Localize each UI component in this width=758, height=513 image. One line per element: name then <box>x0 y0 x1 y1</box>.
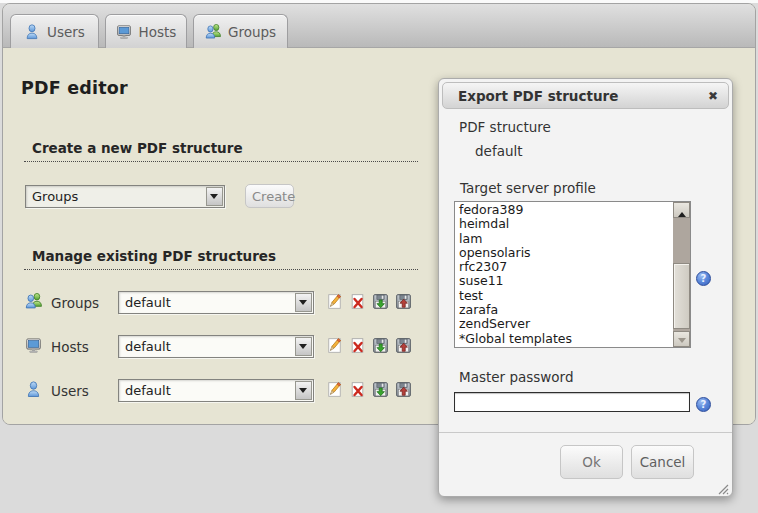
arrow-up-icon <box>678 208 686 217</box>
create-button[interactable]: Create <box>245 184 294 208</box>
list-item[interactable]: zarafa <box>459 303 673 317</box>
structure-type-select[interactable]: Groups <box>25 185 225 208</box>
groups-structure-select[interactable]: default <box>118 291 314 314</box>
row-label: Hosts <box>51 339 89 355</box>
create-section-heading: Create a new PDF structure <box>24 140 418 162</box>
list-item[interactable]: opensolaris <box>459 246 673 260</box>
import-icon[interactable] <box>395 293 412 310</box>
cancel-button[interactable]: Cancel <box>631 445 694 479</box>
target-profile-listbox[interactable]: fedora389 heimdal lam opensolaris rfc230… <box>454 201 691 348</box>
export-icon[interactable] <box>372 293 389 310</box>
help-icon[interactable]: ? <box>696 271 711 286</box>
delete-icon[interactable] <box>349 337 366 354</box>
delete-icon[interactable] <box>349 293 366 310</box>
chevron-down-icon <box>295 293 312 312</box>
list-item[interactable]: test <box>459 289 673 303</box>
pdf-structure-value: default <box>475 143 523 159</box>
list-item[interactable]: rfc2307 <box>459 260 673 274</box>
export-icon[interactable] <box>372 337 389 354</box>
button-pane-divider <box>439 432 732 433</box>
list-item[interactable]: fedora389 <box>459 203 673 217</box>
export-pdf-dialog: Export PDF structure ✖ PDF structure def… <box>438 78 733 497</box>
dialog-title: Export PDF structure <box>458 88 618 104</box>
delete-icon[interactable] <box>349 381 366 398</box>
list-item[interactable]: heimdal <box>459 217 673 231</box>
scrollbar-thumb[interactable] <box>673 263 690 329</box>
ok-button[interactable]: Ok <box>560 445 623 479</box>
import-icon[interactable] <box>395 337 412 354</box>
chevron-down-icon <box>295 337 312 356</box>
list-item[interactable]: *Global templates <box>459 332 673 346</box>
edit-icon[interactable] <box>326 337 343 354</box>
select-value: default <box>125 383 171 398</box>
select-value: default <box>125 295 171 310</box>
tab-label: Users <box>47 24 85 40</box>
master-password-input[interactable] <box>454 392 690 412</box>
help-icon[interactable]: ? <box>696 397 711 412</box>
tab-groups[interactable]: Groups <box>193 14 288 48</box>
hosts-structure-select[interactable]: default <box>118 335 314 358</box>
tab-label: Groups <box>228 24 276 40</box>
manage-row-users: Users default <box>3 379 423 403</box>
chevron-down-icon <box>295 381 312 400</box>
edit-icon[interactable] <box>326 293 343 310</box>
host-icon <box>116 24 132 40</box>
page-title: PDF editor <box>21 78 128 98</box>
section-heading-text: Manage existing PDF structures <box>32 248 276 264</box>
scrollbar[interactable] <box>673 202 690 347</box>
export-icon[interactable] <box>372 381 389 398</box>
manage-row-groups: Groups default <box>3 291 423 315</box>
tab-hosts[interactable]: Hosts <box>105 14 187 48</box>
section-heading-text: Create a new PDF structure <box>32 140 243 156</box>
tab-bar: Users Hosts <box>3 4 755 48</box>
master-password-label: Master password <box>459 369 574 385</box>
select-value: default <box>125 339 171 354</box>
user-icon <box>24 24 40 40</box>
row-label: Groups <box>51 295 99 311</box>
tab-label: Hosts <box>139 24 177 40</box>
list-item[interactable]: zendServer <box>459 317 673 331</box>
resize-handle-icon[interactable] <box>716 480 729 493</box>
close-icon[interactable]: ✖ <box>708 88 718 104</box>
chevron-down-icon <box>206 187 223 206</box>
host-icon <box>25 337 42 354</box>
pdf-editor-screen: Users Hosts <box>0 0 758 513</box>
select-value: Groups <box>32 189 78 204</box>
pdf-structure-label: PDF structure <box>459 119 551 135</box>
users-structure-select[interactable]: default <box>118 379 314 402</box>
groups-icon <box>25 293 42 310</box>
dialog-titlebar[interactable]: Export PDF structure ✖ <box>442 82 729 109</box>
row-label: Users <box>51 383 89 399</box>
manage-section-heading: Manage existing PDF structures <box>24 248 418 270</box>
list-item[interactable]: suse11 <box>459 274 673 288</box>
listbox-items: fedora389 heimdal lam opensolaris rfc230… <box>455 202 673 347</box>
arrow-down-icon <box>678 338 686 347</box>
target-server-label: Target server profile <box>460 180 596 196</box>
edit-icon[interactable] <box>326 381 343 398</box>
manage-row-hosts: Hosts default <box>3 335 423 359</box>
user-icon <box>25 381 42 398</box>
tab-users[interactable]: Users <box>10 14 99 48</box>
list-item[interactable]: lam <box>459 232 673 246</box>
scroll-up-button[interactable] <box>673 202 690 218</box>
import-icon[interactable] <box>395 381 412 398</box>
scroll-down-button[interactable] <box>673 331 690 347</box>
groups-icon <box>205 24 221 40</box>
